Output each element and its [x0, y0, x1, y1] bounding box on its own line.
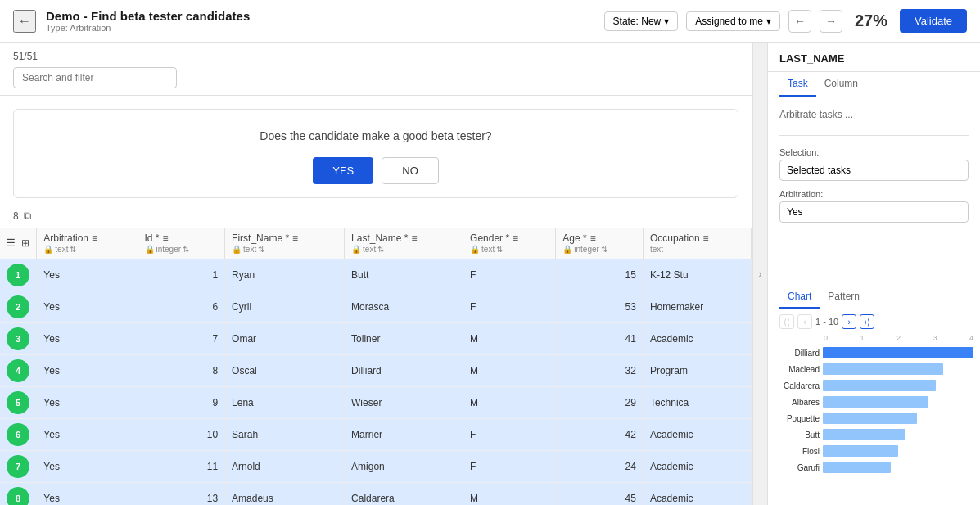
- chart-area: 01234 Dilliard Maclead Caldarera Albares…: [768, 334, 980, 505]
- no-button[interactable]: NO: [382, 157, 439, 184]
- chart-next-button[interactable]: ›: [842, 314, 856, 329]
- bar-label: Flosi: [775, 447, 820, 456]
- occupation-cell: Academic: [643, 451, 751, 483]
- col-filter-icon[interactable]: ≡: [411, 232, 417, 244]
- nav-prev-button[interactable]: ←: [788, 10, 811, 33]
- age-cell: 15: [556, 259, 644, 291]
- right-header: LAST_NAME: [768, 43, 980, 72]
- bar-fill: [823, 363, 943, 375]
- firstname-cell: Cyril: [225, 291, 345, 323]
- col-filter-icon[interactable]: ≡: [513, 232, 518, 244]
- id-cell: 10: [138, 419, 225, 451]
- table-row[interactable]: 1 Yes 1 Ryan Butt F 15 K-12 Stu: [0, 259, 752, 291]
- id-cell: 8: [138, 355, 225, 387]
- lastname-cell: Marrier: [345, 419, 463, 451]
- menu-icon[interactable]: ☰: [7, 237, 16, 249]
- question-panel: Does the candidate make a good beta test…: [13, 109, 738, 198]
- col-filter-icon[interactable]: ≡: [292, 232, 298, 244]
- firstname-cell: Arnold: [225, 451, 345, 483]
- topbar-controls: State: New ▾ Assigned to me ▾ ← → 27% Va…: [604, 9, 967, 33]
- arbitration-cell: Yes: [37, 259, 138, 291]
- arbitration-cell: Yes: [37, 355, 138, 387]
- chevron-down-icon: ▾: [766, 16, 771, 27]
- chart-axis: 01234: [775, 334, 973, 345]
- arbitration-cell: Yes: [37, 323, 138, 355]
- col-filter-icon[interactable]: ≡: [703, 232, 709, 244]
- bar-label: Butt: [775, 431, 820, 440]
- age-cell: 29: [556, 387, 644, 419]
- age-cell: 32: [556, 355, 644, 387]
- selection-field: Selection: Selected tasks All tasks Filt…: [779, 147, 969, 181]
- bar-label: Maclead: [775, 365, 820, 374]
- table-row[interactable]: 4 Yes 8 Oscal Dilliard M 32 Program: [0, 355, 752, 387]
- gender-cell: F: [463, 291, 556, 323]
- col-filter-icon[interactable]: ≡: [590, 232, 596, 244]
- yes-button[interactable]: YES: [313, 157, 373, 184]
- topbar: ← Demo - Find beta tester candidates Typ…: [0, 0, 980, 43]
- bar-fill: [823, 413, 917, 424]
- table-row[interactable]: 7 Yes 11 Arnold Amigon F 24 Academic: [0, 451, 752, 483]
- right-body: Arbitrate tasks ... Selection: Selected …: [768, 97, 980, 278]
- chart-first-button[interactable]: ⟨⟨: [779, 314, 794, 329]
- id-cell: 9: [138, 387, 225, 419]
- validate-button[interactable]: Validate: [900, 9, 967, 33]
- table-row[interactable]: 5 Yes 9 Lena Wieser M 29 Technica: [0, 387, 752, 419]
- chart-range: 1 - 10: [815, 317, 838, 327]
- chart-tabs: Chart Pattern: [768, 286, 980, 309]
- bar-fill: [823, 462, 891, 473]
- assigned-button[interactable]: Assigned to me ▾: [686, 11, 780, 31]
- col-filter-icon[interactable]: ≡: [92, 232, 97, 244]
- row-num-cell: 5: [0, 387, 37, 419]
- firstname-cell: Oscal: [225, 355, 345, 387]
- gender-cell: M: [463, 483, 556, 506]
- column-name: LAST_NAME: [779, 52, 969, 65]
- bar-row: Butt: [775, 427, 973, 442]
- question-buttons: YES NO: [27, 157, 725, 184]
- selection-label: Selection:: [779, 147, 969, 157]
- col-header-id: Id * ≡ 🔒 integer ⇅: [138, 228, 225, 259]
- arbitration-cell: Yes: [37, 291, 138, 323]
- table-wrapper[interactable]: ☰ ⊞ Arbitration ≡ 🔒 text ⇅ Id * ≡: [0, 228, 752, 505]
- tab-task[interactable]: Task: [779, 72, 816, 97]
- chart-prev-button[interactable]: ‹: [797, 314, 812, 329]
- row-num-cell: 2: [0, 291, 37, 323]
- gender-cell: M: [463, 387, 556, 419]
- bar-row: Garufi: [775, 460, 973, 475]
- gender-cell: M: [463, 355, 556, 387]
- lastname-cell: Dilliard: [345, 355, 463, 387]
- data-table: ☰ ⊞ Arbitration ≡ 🔒 text ⇅ Id * ≡: [0, 228, 752, 505]
- firstname-cell: Sarah: [225, 419, 345, 451]
- record-count: 51/51: [13, 51, 738, 62]
- selection-dropdown[interactable]: Selected tasks All tasks Filtered tasks: [779, 160, 969, 181]
- back-button[interactable]: ←: [13, 10, 36, 33]
- chart-last-button[interactable]: ⟩⟩: [860, 314, 874, 329]
- copy-icon[interactable]: ⧉: [24, 210, 31, 223]
- row-num-cell: 8: [0, 483, 37, 506]
- task-tabs: Task Column: [768, 72, 980, 97]
- bar-row: Maclead: [775, 362, 973, 376]
- col-header-menu[interactable]: ☰ ⊞: [0, 228, 37, 259]
- table-row[interactable]: 3 Yes 7 Omar Tollner M 41 Academic: [0, 323, 752, 355]
- left-panel: 51/51 Does the candidate make a good bet…: [0, 43, 752, 505]
- bar-track: [823, 445, 973, 457]
- grid-icon[interactable]: ⊞: [21, 237, 29, 249]
- occupation-cell: K-12 Stu: [643, 259, 751, 291]
- table-row[interactable]: 6 Yes 10 Sarah Marrier F 42 Academic: [0, 419, 752, 451]
- bar-fill: [823, 380, 936, 391]
- question-text: Does the candidate make a good beta test…: [27, 129, 725, 142]
- tab-chart[interactable]: Chart: [779, 286, 820, 309]
- col-filter-icon[interactable]: ≡: [163, 232, 169, 244]
- tab-pattern[interactable]: Pattern: [820, 286, 868, 309]
- bar-fill: [823, 347, 973, 358]
- search-input[interactable]: [13, 67, 177, 88]
- right-panel-toggle[interactable]: ›: [752, 43, 767, 505]
- chevron-down-icon: ▾: [664, 16, 669, 27]
- arbitration-dropdown[interactable]: Yes No: [779, 201, 969, 223]
- occupation-cell: Technica: [643, 387, 751, 419]
- state-button[interactable]: State: New ▾: [604, 11, 679, 31]
- table-row[interactable]: 2 Yes 6 Cyril Morasca F 53 Homemaker: [0, 291, 752, 323]
- nav-next-button[interactable]: →: [820, 10, 842, 33]
- progress-display: 27%: [851, 11, 892, 30]
- table-row[interactable]: 8 Yes 13 Amadeus Caldarera M 45 Academic: [0, 483, 752, 506]
- tab-column[interactable]: Column: [816, 72, 866, 97]
